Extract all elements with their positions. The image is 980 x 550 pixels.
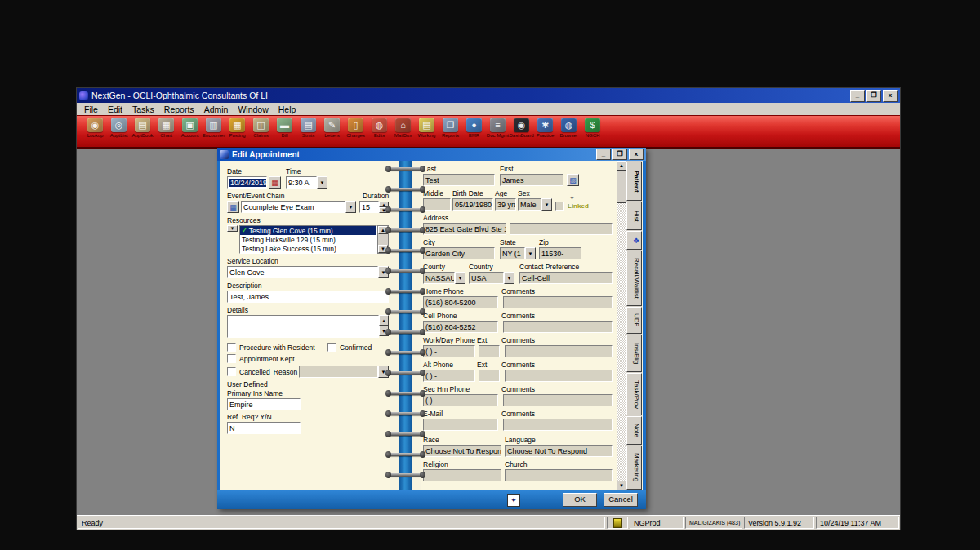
alt-phone-ext-field[interactable] <box>479 370 500 382</box>
dialog-titlebar[interactable]: Edit Appointment _ ❐ x <box>217 148 646 161</box>
tab-marketing[interactable]: Marketing <box>626 446 642 490</box>
dialog-minimize-button[interactable]: _ <box>596 149 611 160</box>
cancelled-checkbox[interactable] <box>227 367 236 376</box>
birth-date-field[interactable]: 05/19/1980 <box>452 198 493 211</box>
country-select[interactable]: USA <box>469 272 504 284</box>
sex-dropdown-icon[interactable]: ▼ <box>541 198 552 211</box>
toolbar-ngch-button[interactable]: $NGCH <box>581 118 604 139</box>
toolbar-working-button[interactable]: ▤Working <box>415 118 439 139</box>
minimize-button[interactable]: _ <box>850 90 865 102</box>
toolbar-letters-button[interactable]: ✎Letters <box>320 118 344 139</box>
tab-patient[interactable]: Patient <box>626 162 642 201</box>
zip-field[interactable]: 11530- <box>539 247 581 259</box>
age-field[interactable]: 39 yrs <box>495 198 516 211</box>
state-select[interactable]: NY (1 <box>500 247 525 259</box>
cell-phone-field[interactable]: (516) 804-5252 <box>423 321 498 333</box>
time-dropdown-icon[interactable]: ▼ <box>317 176 327 189</box>
primary-ins-input[interactable]: Empire <box>227 398 301 410</box>
toolbar-practice-button[interactable]: ✱Practice <box>533 118 557 139</box>
duration-input[interactable]: 15 <box>359 201 379 213</box>
details-textarea[interactable] <box>227 315 379 338</box>
address1-field[interactable]: 825 East Gate Blvd Ste 111 <box>423 223 506 235</box>
date-input[interactable]: 10/24/2019 <box>227 176 267 189</box>
address2-field[interactable] <box>510 223 613 235</box>
menu-admin[interactable]: Admin <box>199 104 234 114</box>
sec-hm-phone-comments-field[interactable] <box>503 394 613 406</box>
resource-item[interactable]: Testing Lake Success (15 min) <box>240 244 376 253</box>
menu-tasks[interactable]: Tasks <box>127 104 159 114</box>
last-name-field[interactable]: Test <box>423 174 495 186</box>
menu-edit[interactable]: Edit <box>103 104 127 114</box>
work-day-phone-ext-field[interactable] <box>479 345 500 357</box>
contact-preference-field[interactable]: Cell-Cell <box>519 272 613 284</box>
toolbar-bill-button[interactable]: ▬Bill <box>273 118 296 139</box>
county-dropdown-icon[interactable]: ▼ <box>455 272 466 284</box>
ok-button[interactable]: OK <box>563 493 597 507</box>
appointment-kept-checkbox[interactable] <box>227 354 236 363</box>
cancel-button[interactable]: Cancel <box>604 493 638 507</box>
sex-select[interactable]: Male <box>518 198 541 211</box>
state-dropdown-icon[interactable]: ▼ <box>525 247 536 259</box>
country-dropdown-icon[interactable]: ▼ <box>504 272 514 284</box>
resources-dropdown-icon[interactable]: ▼ <box>227 225 238 232</box>
cell-phone-comments-field[interactable] <box>503 321 613 333</box>
toolbar-apptlist-button[interactable]: ◎ApptList <box>107 118 131 139</box>
security-icon[interactable]: ✦ <box>507 494 520 507</box>
toolbar-emr-button[interactable]: ●EMR <box>462 118 486 139</box>
toolbar-lookup-button[interactable]: ◉Lookup <box>83 118 107 139</box>
service-location-select[interactable]: Glen Cove <box>227 266 378 278</box>
tab-ins-elig[interactable]: Ins/Elig <box>626 335 642 372</box>
race-field[interactable]: Choose Not To Respond <box>423 445 501 457</box>
event-chain-select[interactable]: Ccomplete Eye Exam <box>241 201 345 213</box>
work-day-phone-field[interactable]: ( ) - <box>423 345 475 357</box>
resource-item[interactable]: ✓Testing Glen Cove (15 min) <box>240 226 376 235</box>
e-mail-field[interactable] <box>423 419 498 431</box>
sec-hm-phone-field[interactable]: ( ) - <box>423 394 498 406</box>
dialog-maximize-button[interactable]: ❐ <box>612 149 627 160</box>
resource-item[interactable]: Testing Hicksville 129 (15 min) <box>240 235 376 244</box>
linked-checkbox[interactable] <box>555 202 564 211</box>
toolbar-account-button[interactable]: ▣Account <box>178 118 202 139</box>
toolbar-doc-mgmt-button[interactable]: ≡Doc Mgmt <box>486 118 510 139</box>
tab-recall-waitlist[interactable]: Recall/Waitlist <box>626 251 642 305</box>
toolbar-stmts-button[interactable]: ▤Stmts <box>296 118 320 139</box>
scroll-thumb[interactable] <box>617 171 626 203</box>
toolbar-reports-button[interactable]: ❐Reports <box>439 118 462 139</box>
patient-panel-scrollbar[interactable]: ▲ ▼ <box>617 161 626 490</box>
patient-photo-icon[interactable]: ▨ <box>567 174 579 186</box>
time-input[interactable]: 9:30 A <box>286 176 317 189</box>
stamp-icon-tab[interactable]: ❖ <box>626 231 642 250</box>
toolbar-apptbook-button[interactable]: ▤ApptBook <box>131 118 154 139</box>
home-phone-comments-field[interactable] <box>503 296 613 308</box>
toolbar-charges-button[interactable]: ▯Charges <box>344 118 368 139</box>
toolbar-browser-button[interactable]: ◍Browser <box>557 118 581 139</box>
toolbar-edits-button[interactable]: ◍Edits <box>368 118 391 139</box>
confirmed-checkbox[interactable] <box>327 343 336 352</box>
date-calendar-icon[interactable]: ▦ <box>269 176 281 189</box>
home-phone-field[interactable]: (516) 804-5200 <box>423 296 498 308</box>
alt-phone-field[interactable]: ( ) - <box>423 370 475 382</box>
county-select[interactable]: NASSAU <box>423 272 455 284</box>
toolbar-encounter-button[interactable]: ▥Encounter <box>202 118 225 139</box>
first-name-field[interactable]: James <box>500 174 564 186</box>
toolbar-mailbox-button[interactable]: ⌂MailBox <box>391 118 415 139</box>
menu-reports[interactable]: Reports <box>159 104 199 114</box>
alt-phone-comments-field[interactable] <box>505 370 613 382</box>
menu-file[interactable]: File <box>79 104 103 114</box>
religion-field[interactable] <box>423 469 501 481</box>
panel-scroll-up-icon[interactable]: ▲ <box>617 161 626 171</box>
church-field[interactable] <box>505 469 613 481</box>
middle-field[interactable] <box>423 198 451 211</box>
event-calendar-icon[interactable]: ▦ <box>227 201 239 213</box>
toolbar-posting-button[interactable]: ▦Posting <box>225 118 249 139</box>
tab-hist[interactable]: Hist <box>626 202 642 230</box>
menu-help[interactable]: Help <box>274 104 301 114</box>
menu-window[interactable]: Window <box>233 104 273 114</box>
toolbar-chart-button[interactable]: ▦Chart <box>154 118 178 139</box>
dialog-close-button[interactable]: x <box>629 149 644 160</box>
e-mail-comments-field[interactable] <box>503 419 613 431</box>
panel-scroll-down-icon[interactable]: ▼ <box>617 481 626 490</box>
tab-udf[interactable]: UDF <box>626 307 642 334</box>
tab-task-prov[interactable]: Task/Prov <box>626 373 642 415</box>
toolbar-claims-button[interactable]: ◫Claims <box>249 118 273 139</box>
